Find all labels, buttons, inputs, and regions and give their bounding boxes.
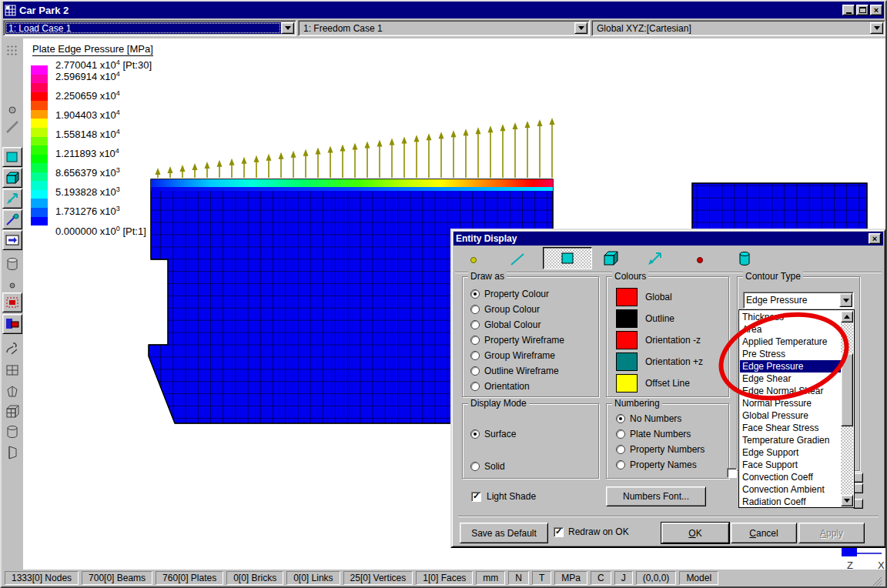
select-region-button[interactable]: [2, 292, 22, 312]
cancel-button[interactable]: Cancel: [731, 523, 797, 543]
brick-tab-button[interactable]: [601, 249, 621, 271]
dialog-title-bar[interactable]: Entity Display ×: [454, 232, 883, 246]
contour-type-option[interactable]: Normal Pressure: [740, 397, 842, 409]
status-panel[interactable]: J: [614, 571, 633, 585]
colour-swatch[interactable]: [616, 331, 638, 349]
contour-type-combobox[interactable]: Edge Pressure: [743, 292, 854, 309]
face-tab-button[interactable]: [735, 249, 754, 271]
status-panel[interactable]: 1[0] Faces: [416, 571, 473, 585]
status-panel[interactable]: 0[0] Links: [286, 571, 340, 585]
numbering-radio-option[interactable]: Property Names: [616, 457, 728, 473]
numbering-radio-option[interactable]: Property Numbers: [616, 442, 728, 457]
draw-as-radio-option[interactable]: Orientation: [470, 379, 598, 394]
beam-display-button[interactable]: [2, 117, 22, 137]
light-shade-option[interactable]: Light Shade: [471, 491, 536, 502]
freedom-case-combobox[interactable]: 1: Freedom Case 1: [298, 20, 590, 36]
contour-type-option[interactable]: Face Support: [740, 459, 842, 471]
status-panel[interactable]: C: [591, 571, 611, 585]
coordinate-system-dropdown-button[interactable]: [870, 22, 883, 34]
contour-type-option[interactable]: Edge Normal Shear: [740, 385, 842, 397]
scroll-down-button[interactable]: [841, 495, 853, 506]
contour-type-option[interactable]: Edge Shear: [740, 373, 842, 385]
contour-type-option[interactable]: Area: [740, 323, 842, 336]
close-button[interactable]: ×: [870, 5, 882, 15]
contour-type-option[interactable]: Temperature Gradien: [740, 434, 842, 446]
plate-display-button[interactable]: [2, 147, 22, 167]
minimize-button[interactable]: [842, 5, 855, 15]
link-tab-button[interactable]: [644, 249, 664, 270]
draw-as-radio-option[interactable]: Global Colour: [470, 317, 598, 332]
numbering-radio-option[interactable]: No Numbers: [616, 411, 728, 426]
load-case-dropdown-button[interactable]: [281, 22, 294, 34]
status-panel[interactable]: N: [508, 571, 529, 585]
colour-swatch[interactable]: [616, 309, 638, 328]
resize-grip-icon[interactable]: [872, 576, 882, 586]
status-panel[interactable]: Model: [679, 571, 718, 585]
plate-tab-button[interactable]: [543, 247, 592, 269]
contour-type-option[interactable]: Convection Ambient: [740, 483, 842, 496]
status-panel[interactable]: MPa: [554, 571, 587, 585]
status-panel[interactable]: 700[0] Beams: [82, 571, 152, 585]
toolbar-drag-handle[interactable]: [6, 45, 18, 55]
status-panel[interactable]: (0,0,0): [636, 571, 677, 585]
hidden-checkbox[interactable]: [727, 468, 737, 478]
plate-wireframe-button[interactable]: [2, 382, 22, 402]
status-panel[interactable]: T: [532, 571, 551, 585]
title-bar[interactable]: Car Park 2 ×: [3, 2, 884, 18]
numbering-radio-option[interactable]: Plate Numbers: [616, 426, 728, 442]
draw-as-radio-option[interactable]: Group Wireframe: [470, 348, 598, 363]
select-entity-button[interactable]: [2, 314, 22, 334]
freedom-case-dropdown-button[interactable]: [574, 22, 587, 34]
status-panel[interactable]: mm: [476, 571, 505, 585]
vertex-tab-button[interactable]: [692, 252, 708, 269]
contour-type-option[interactable]: Pre Stress: [740, 348, 842, 360]
status-panel[interactable]: 760[0] Plates: [156, 571, 223, 585]
contour-type-option[interactable]: Convection Coeff: [740, 471, 842, 483]
contour-type-option[interactable]: Face Shear Stress: [740, 422, 842, 434]
draw-as-radio-option[interactable]: Group Colour: [470, 302, 598, 317]
status-panel[interactable]: 1333[0] Nodes: [5, 571, 79, 585]
cylinder-wireframe-button[interactable]: [2, 422, 22, 442]
numbers-font-button[interactable]: Numbers Font...: [606, 486, 706, 506]
save-as-default-button[interactable]: Save as Default: [460, 523, 548, 543]
status-panel[interactable]: 0[0] Bricks: [226, 571, 283, 585]
prism-wireframe-button[interactable]: [2, 442, 22, 462]
draw-as-radio-option[interactable]: Outline Wireframe: [470, 363, 598, 379]
brick-display-button[interactable]: [2, 168, 22, 188]
vertex-display-button[interactable]: [2, 209, 22, 229]
display-mode-radio-option[interactable]: Solid: [470, 450, 598, 483]
brick-wireframe-button[interactable]: [2, 402, 22, 422]
draw-as-radio-option[interactable]: Property Wireframe: [470, 332, 598, 348]
dialog-close-button[interactable]: ×: [869, 233, 881, 244]
contour-type-option[interactable]: Edge Pressure: [740, 360, 842, 373]
apply-button[interactable]: Apply: [798, 523, 865, 543]
scroll-up-button[interactable]: [841, 311, 853, 322]
node-tab-button[interactable]: [466, 252, 481, 269]
list-scrollbar[interactable]: [841, 311, 853, 506]
face-display-button[interactable]: [2, 254, 22, 274]
contour-type-option[interactable]: Edge Support: [740, 446, 842, 459]
contour-type-option[interactable]: Radiation Coeff: [740, 496, 842, 506]
contour-type-option[interactable]: Applied Temperature: [740, 336, 842, 348]
display-mode-radio-option[interactable]: Surface: [470, 418, 598, 450]
colour-swatch[interactable]: [616, 374, 638, 393]
contour-type-dropdown-button[interactable]: [839, 293, 852, 307]
coordinate-system-combobox[interactable]: Global XYZ:[Cartesian]: [591, 20, 885, 36]
beam-tab-button[interactable]: [507, 250, 527, 271]
checkbox-icon[interactable]: [471, 492, 481, 502]
colour-swatch[interactable]: [616, 352, 638, 371]
maximize-button[interactable]: [856, 5, 869, 15]
contour-type-option[interactable]: Thickness: [740, 311, 842, 323]
redraw-on-ok-option[interactable]: Redraw on OK: [554, 526, 629, 537]
link-display-button[interactable]: [2, 189, 22, 209]
link-wireframe-button[interactable]: [2, 339, 22, 359]
ok-button[interactable]: OK: [661, 523, 729, 543]
contour-type-option[interactable]: Global Pressure: [740, 409, 842, 422]
load-path-display-button[interactable]: [2, 230, 22, 250]
colour-swatch[interactable]: [616, 288, 638, 306]
checkbox-icon[interactable]: [554, 527, 564, 537]
scrollbar-thumb[interactable]: [841, 353, 853, 426]
draw-as-radio-option[interactable]: Property Colour: [470, 286, 598, 302]
status-panel[interactable]: 25[0] Vertices: [343, 571, 413, 585]
plate-grid-button[interactable]: [2, 360, 22, 380]
